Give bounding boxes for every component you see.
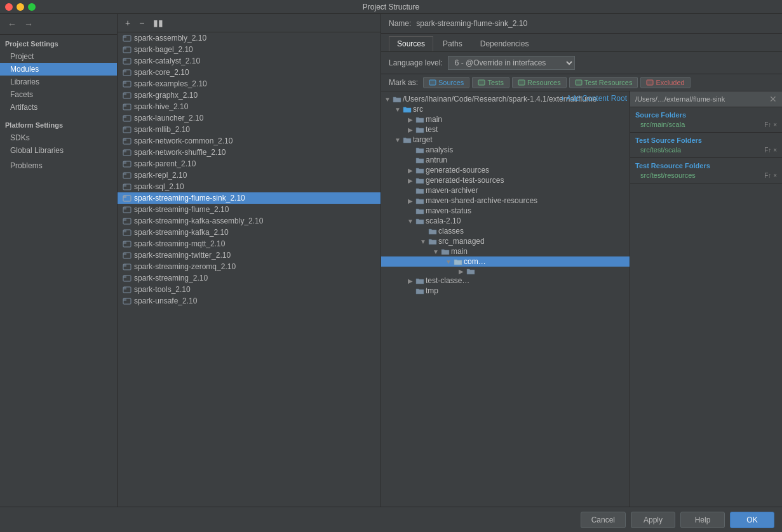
svg-rect-49 [478,80,485,85]
sidebar-item-libraries[interactable]: Libraries [0,76,117,88]
mark-tests-button[interactable]: Tests [472,77,509,88]
tree-item[interactable]: ▶ test [381,124,630,135]
tree-item[interactable]: ▶ generated-sources [381,165,630,175]
copy-module-button[interactable]: ▮▮ [151,17,166,29]
tree-item[interactable]: antrun [381,155,630,165]
tree-item[interactable]: ▶ test-classe… [381,276,630,286]
list-item[interactable]: spark-core_2.10 [118,67,381,78]
maximize-button[interactable] [28,3,36,11]
list-item[interactable]: spark-network-shuffle_2.10 [118,147,381,158]
help-button[interactable]: Help [680,512,725,528]
list-item[interactable]: spark-network-common_2.10 [118,135,381,147]
tree-item[interactable]: classes [381,226,630,236]
list-item[interactable]: spark-assembly_2.10 [118,32,381,44]
test-source-folder-shortcut[interactable]: F↑ × [764,147,777,154]
list-item[interactable]: spark-examples_2.10 [118,78,381,90]
mark-test-resources-button[interactable]: Test Resources [569,77,638,88]
cancel-button[interactable]: Cancel [581,512,626,528]
list-item[interactable]: spark-mllib_2.10 [118,124,381,135]
main-container: ← → Project Settings Project Modules Lib… [0,14,782,507]
svg-rect-52 [647,80,653,85]
tree-item[interactable]: ▶ [381,267,630,276]
list-item[interactable]: spark-parent_2.10 [118,158,381,170]
tree-item[interactable]: ▼ src [381,104,630,114]
source-folders-title: Source Folders [635,111,686,119]
list-item[interactable]: spark-graphx_2.10 [118,90,381,101]
tab-dependencies[interactable]: Dependencies [472,36,537,51]
tree-item[interactable]: ▼ scala-2.10 [381,216,630,226]
test-resource-folder-shortcut[interactable]: F↑ × [764,172,777,179]
list-item[interactable]: spark-unsafe_2.10 [118,295,381,307]
tree-item[interactable]: analysis [381,145,630,155]
minimize-button[interactable] [17,3,24,11]
tree-item[interactable]: maven-status [381,206,630,216]
tree-item-label: maven-shared-archive-resources [426,196,537,205]
list-item[interactable]: spark-streaming-kafka_2.10 [118,227,381,238]
list-item[interactable]: spark-bagel_2.10 [118,44,381,55]
side-info-title: /Users/…/external/flume-sink [635,95,725,103]
list-item[interactable]: spark-hive_2.10 [118,101,381,112]
traffic-lights [5,3,36,11]
tree-item[interactable]: ▼ main [381,246,630,256]
tree-item-label: antrun [426,156,447,164]
expand-icon: ▶ [407,176,414,184]
module-name-value: spark-streaming-flume-sink_2.10 [416,19,527,28]
mark-excluded-button[interactable]: Excluded [640,77,690,88]
svg-rect-39 [123,253,126,255]
forward-arrow[interactable]: → [22,18,36,30]
apply-button[interactable]: Apply [631,512,675,528]
tree-item-label: main [426,115,442,124]
list-item[interactable]: spark-streaming_2.10 [118,272,381,284]
sidebar-item-global-libraries[interactable]: Global Libraries [0,144,117,157]
tree-item-selected[interactable]: ▼ com… [381,256,630,267]
sidebar-item-problems[interactable]: Problems [0,159,117,172]
list-item[interactable]: spark-repl_2.10 [118,170,381,181]
test-source-folder-path: src/test/scala [635,146,681,154]
svg-rect-51 [576,80,582,85]
list-item[interactable]: spark-tools_2.10 [118,284,381,295]
language-level-select[interactable]: 6 - @Override in interfaces [448,56,575,70]
sidebar-item-artifacts[interactable]: Artifacts [0,101,117,114]
svg-rect-33 [123,218,126,221]
sidebar-item-facets[interactable]: Facets [0,88,117,101]
source-folder-shortcut[interactable]: F↑ × [764,121,777,128]
ok-button[interactable]: OK [730,512,774,528]
list-item[interactable]: spark-streaming-zeromq_2.10 [118,261,381,272]
list-item[interactable]: spark-catalyst_2.10 [118,55,381,67]
remove-module-button[interactable]: − [137,17,147,29]
svg-rect-23 [123,161,126,164]
close-button[interactable] [5,3,13,11]
list-item[interactable]: spark-launcher_2.10 [118,112,381,124]
tree-item[interactable]: ▼ src_managed [381,236,630,246]
spacer [407,287,414,295]
tree-item[interactable]: maven-archiver [381,185,630,196]
list-item[interactable]: spark-streaming-kafka-assembly_2.10 [118,215,381,227]
tab-paths[interactable]: Paths [435,36,471,51]
tree-item[interactable]: ▶ maven-shared-archive-resources [381,196,630,206]
sidebar-item-sdks[interactable]: SDKs [0,131,117,144]
tree-item-label: target [413,135,433,144]
add-content-root-button[interactable]: + Add Content Root [560,94,627,103]
tree-item[interactable]: ▼ target [381,135,630,145]
side-info-close-button[interactable]: ✕ [769,94,777,104]
mark-resources-button[interactable]: Resources [512,77,567,88]
mark-sources-button[interactable]: Sources [423,77,469,88]
list-item[interactable]: spark-streaming-twitter_2.10 [118,249,381,261]
back-arrow[interactable]: ← [5,18,19,30]
list-item[interactable]: spark-streaming-flume_2.10 [118,204,381,215]
list-item[interactable]: spark-streaming-mqtt_2.10 [118,238,381,249]
tree-item[interactable]: tmp [381,286,630,296]
expand-icon: ▼ [384,95,391,103]
platform-settings-label: Platform Settings [0,116,117,131]
list-item[interactable]: spark-sql_2.10 [118,181,381,192]
expand-icon: ▼ [432,248,440,255]
tree-item[interactable]: ▶ generated-test-sources [381,175,630,185]
tree-item-label: classes [438,227,464,236]
sidebar-item-modules[interactable]: Modules [0,63,117,76]
expand-icon: ▼ [394,105,401,113]
sidebar-item-project[interactable]: Project [0,50,117,63]
tab-sources[interactable]: Sources [389,36,433,51]
list-item-selected[interactable]: spark-streaming-flume-sink_2.10 [118,192,381,204]
add-module-button[interactable]: + [123,17,133,29]
tree-item[interactable]: ▶ main [381,114,630,124]
